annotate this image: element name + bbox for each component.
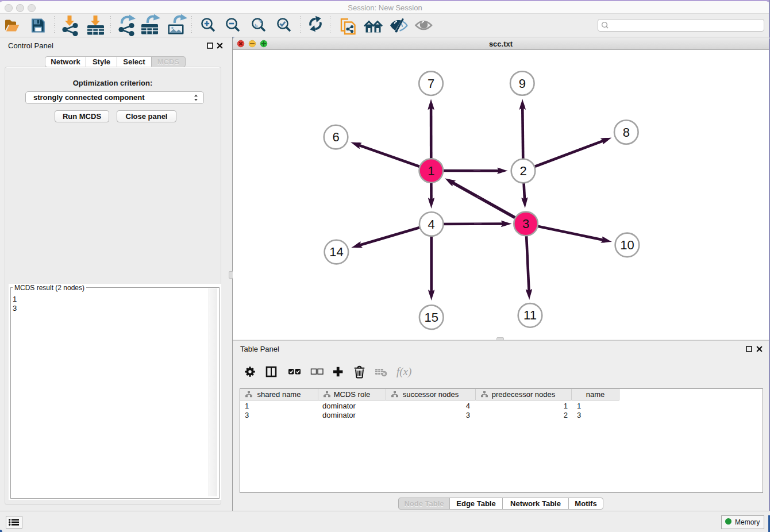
svg-text:15: 15	[424, 310, 438, 325]
svg-text:6: 6	[332, 130, 339, 144]
svg-text:3: 3	[522, 217, 529, 231]
svg-text:10: 10	[620, 238, 634, 252]
svg-text:7: 7	[428, 76, 434, 91]
svg-text:9: 9	[519, 76, 526, 91]
svg-text:4: 4	[428, 217, 435, 232]
svg-text:f(x): f(x)	[396, 365, 411, 378]
svg-text:11: 11	[523, 308, 537, 322]
svg-text:8: 8	[623, 125, 630, 140]
svg-text:2: 2	[519, 164, 526, 178]
svg-text:14: 14	[329, 245, 343, 259]
svg-text:1: 1	[428, 164, 434, 178]
